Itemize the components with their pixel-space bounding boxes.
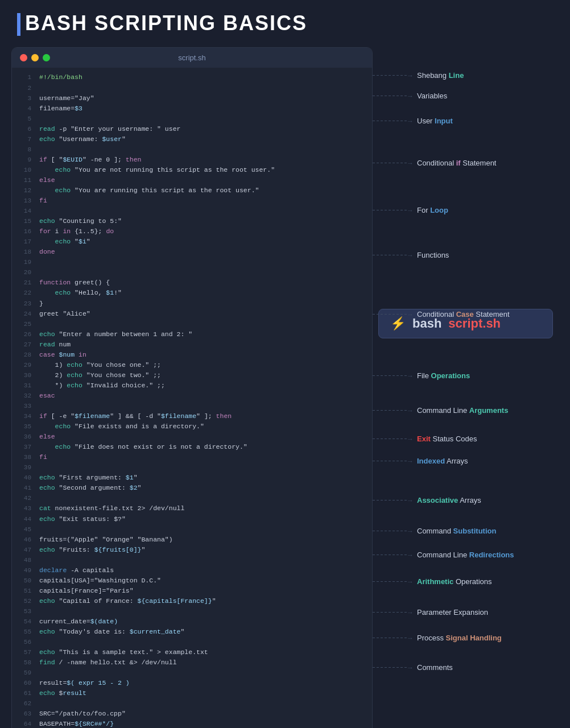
code-content: echo "Username: $user" bbox=[39, 134, 369, 144]
code-line: 54current_date=$(date) bbox=[12, 617, 372, 627]
line-number: 49 bbox=[15, 565, 31, 576]
annotation-line bbox=[373, 375, 407, 376]
line-number: 39 bbox=[15, 462, 31, 473]
code-line: 11else bbox=[12, 175, 372, 185]
code-line: 20 bbox=[12, 267, 372, 278]
line-number: 43 bbox=[15, 503, 31, 514]
line-number: 24 bbox=[15, 309, 31, 319]
arrow-icon: → bbox=[407, 159, 414, 167]
annotation-exit-codes: → Exit Status Codes bbox=[373, 435, 559, 443]
annotation-highlight: Signal Handling bbox=[446, 634, 502, 642]
code-line: 34if [ -e "$filename" ] && [ -d "$filena… bbox=[12, 411, 372, 421]
code-line: 40echo "First argument: $1" bbox=[12, 473, 372, 483]
line-number: 57 bbox=[15, 647, 31, 657]
code-content: echo "Exit status: $?" bbox=[39, 514, 369, 524]
line-number: 42 bbox=[15, 493, 31, 503]
minimize-dot[interactable] bbox=[31, 54, 39, 61]
code-line: 47echo "Fruits: ${fruits[0]}" bbox=[12, 545, 372, 555]
line-number: 27 bbox=[15, 340, 31, 350]
line-number: 14 bbox=[15, 206, 31, 216]
line-number: 11 bbox=[15, 175, 31, 185]
code-content: greet "Alice" bbox=[39, 309, 369, 319]
code-content: done bbox=[39, 247, 369, 257]
line-number: 64 bbox=[15, 719, 31, 728]
code-content: filename=$3 bbox=[39, 104, 369, 114]
annotation-file-operations: → File Operations bbox=[373, 371, 559, 380]
line-number: 30 bbox=[15, 370, 31, 380]
code-line: 32esac bbox=[12, 391, 372, 401]
line-number: 18 bbox=[15, 247, 31, 257]
code-line: 8 bbox=[12, 144, 372, 155]
arrow-icon: → bbox=[407, 578, 414, 586]
annotation-shebang: → Shebang Line bbox=[373, 71, 559, 80]
line-number: 31 bbox=[15, 380, 31, 391]
arrow-icon: → bbox=[407, 117, 414, 125]
annotation-text: Functions bbox=[417, 251, 449, 259]
code-content: echo "First argument: $1" bbox=[39, 473, 369, 483]
code-line: 59 bbox=[12, 668, 372, 678]
code-line: 39 bbox=[12, 462, 372, 473]
code-content: capitals[USA]="Washington D.C." bbox=[39, 576, 369, 586]
code-content: echo $result bbox=[39, 688, 369, 698]
code-content: echo "Counting to 5:" bbox=[39, 216, 369, 226]
code-content: echo "You are not running this script as… bbox=[39, 165, 369, 175]
line-number: 36 bbox=[15, 432, 31, 442]
annotations-panel: ⚡ bash script.sh → Shebang Line → Variab… bbox=[373, 47, 559, 701]
code-content: capitals[France]="Paris" bbox=[39, 586, 369, 596]
line-number: 20 bbox=[15, 267, 31, 278]
code-content: echo "This is a sample text." > example.… bbox=[39, 647, 369, 657]
line-number: 15 bbox=[15, 216, 31, 226]
annotation-variables: → Variables bbox=[373, 92, 559, 100]
line-number: 25 bbox=[15, 319, 31, 329]
annotation-cmd-redirections: → Command Line Redirections bbox=[373, 551, 559, 559]
line-number: 29 bbox=[15, 360, 31, 370]
annotation-text: Arithmetic Operations bbox=[417, 577, 492, 586]
line-number: 2 bbox=[15, 83, 31, 93]
code-line: 12 echo "You are running this script as … bbox=[12, 185, 372, 196]
code-content: current_date=$(date) bbox=[39, 617, 369, 627]
arrow-icon: → bbox=[407, 527, 414, 535]
annotation-text: Variables bbox=[417, 92, 447, 100]
code-line: 56 bbox=[12, 637, 372, 647]
line-number: 16 bbox=[15, 226, 31, 237]
annotation-for-loop: → For Loop bbox=[373, 206, 559, 214]
annotation-cmd-substitution: → Command Substitution bbox=[373, 527, 559, 535]
code-content: echo "$i" bbox=[39, 237, 369, 247]
code-content: if [ -e "$filename" ] && [ -d "$filename… bbox=[39, 411, 369, 421]
line-number: 60 bbox=[15, 678, 31, 688]
annotation-user-input: → User Input bbox=[373, 117, 559, 125]
annotation-line bbox=[373, 461, 407, 461]
line-number: 34 bbox=[15, 411, 31, 421]
line-number: 47 bbox=[15, 545, 31, 555]
code-content: *) echo "Invalid choice." ;; bbox=[39, 380, 369, 391]
arrow-icon: → bbox=[407, 72, 414, 80]
code-content: 1) echo "You chose one." ;; bbox=[39, 360, 369, 370]
code-content: read -p "Enter your username: " user bbox=[39, 124, 369, 134]
code-content: echo "File exists and is a directory." bbox=[39, 421, 369, 432]
line-number: 12 bbox=[15, 185, 31, 196]
annotation-line bbox=[373, 612, 407, 613]
annotation-highlight: Indexed bbox=[417, 457, 445, 465]
annotation-line bbox=[373, 500, 407, 500]
code-content: read num bbox=[39, 340, 369, 350]
code-content: for i in {1..5}; do bbox=[39, 226, 369, 237]
line-number: 7 bbox=[15, 134, 31, 144]
code-line: 10 echo "You are not running this script… bbox=[12, 165, 372, 175]
code-line: 23} bbox=[12, 299, 372, 309]
code-content: case $num in bbox=[39, 350, 369, 360]
line-number: 5 bbox=[15, 114, 31, 124]
code-content: echo "File does not exist or is not a di… bbox=[39, 442, 369, 452]
code-area: 1#!/bin/bash23username="Jay"4filename=$3… bbox=[12, 68, 372, 728]
line-number: 10 bbox=[15, 165, 31, 175]
annotation-text: Comments bbox=[417, 663, 453, 672]
code-line: 27read num bbox=[12, 340, 372, 350]
maximize-dot[interactable] bbox=[43, 54, 50, 61]
close-dot[interactable] bbox=[20, 54, 27, 61]
annotation-comments: → Comments bbox=[373, 663, 559, 672]
annotation-highlight: Input bbox=[435, 117, 453, 125]
annotation-text: Command Substitution bbox=[417, 527, 496, 535]
code-line: 58find / -name hello.txt &> /dev/null bbox=[12, 657, 372, 668]
line-number: 37 bbox=[15, 442, 31, 452]
annotation-text: Command Line Arguments bbox=[417, 406, 508, 415]
annotation-text: Conditional Case Statement bbox=[417, 310, 510, 318]
